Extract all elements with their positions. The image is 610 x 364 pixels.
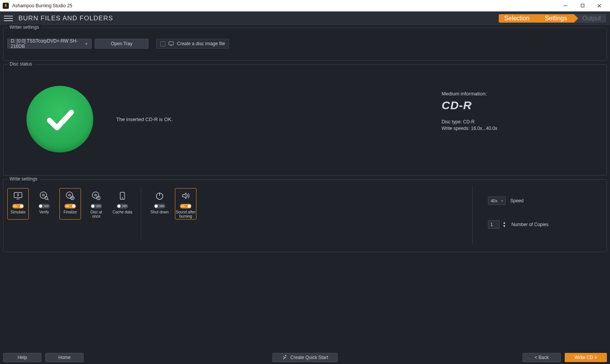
window-controls bbox=[557, 0, 608, 11]
runner-icon bbox=[282, 354, 287, 361]
toggle-finalize-pill[interactable]: ON bbox=[64, 204, 76, 208]
disc-search-icon bbox=[38, 190, 50, 202]
drive-select-value: D: [0:0] TSSTcorpDVD+-RW SH-216DB bbox=[11, 38, 84, 49]
titlebar: Ashampoo Burning Studio 25 bbox=[0, 0, 610, 11]
divider bbox=[141, 188, 141, 240]
menu-icon[interactable] bbox=[4, 14, 13, 23]
monitor-icon bbox=[168, 41, 174, 46]
copies-input[interactable] bbox=[488, 220, 500, 229]
spinner-down-icon[interactable]: ▼ bbox=[502, 225, 507, 228]
svg-rect-5 bbox=[169, 42, 173, 45]
drive-select[interactable]: D: [0:0] TSSTcorpDVD+-RW SH-216DB ▼ bbox=[7, 39, 92, 49]
create-image-label: Create a disc image file bbox=[177, 41, 225, 46]
chevron-down-icon: ▼ bbox=[84, 42, 88, 46]
write-toggle-strip: ON Simulate OFF Verify ON Finalize bbox=[7, 185, 196, 244]
maximize-button[interactable] bbox=[574, 0, 591, 11]
svg-point-13 bbox=[66, 192, 73, 198]
disc-check-icon bbox=[64, 190, 76, 202]
write-speeds: Write speeds: 16.0x...40.0x bbox=[442, 125, 580, 132]
toggle-shutdown[interactable]: OFF Shut down bbox=[149, 188, 170, 220]
step-selection[interactable]: Selection bbox=[499, 14, 536, 23]
speaker-icon bbox=[180, 190, 191, 202]
medium-info: Medium information: CD-R Disc type: CD-R… bbox=[442, 70, 603, 168]
page-title: BURN FILES AND FOLDERS bbox=[18, 15, 113, 22]
create-image-group[interactable]: Create a disc image file bbox=[156, 39, 229, 49]
toggle-verify-pill[interactable]: OFF bbox=[38, 204, 50, 208]
writer-settings-group: Writer settings D: [0:0] TSSTcorpDVD+-RW… bbox=[3, 28, 607, 61]
copies-label: Number of Copies bbox=[511, 222, 549, 227]
toggle-simulate-pill[interactable]: ON bbox=[12, 204, 24, 208]
svg-marker-24 bbox=[183, 193, 186, 199]
power-icon bbox=[154, 190, 165, 202]
toggle-discatonce-label: Disc at once bbox=[86, 210, 107, 218]
step-breadcrumb: Selection Settings Output bbox=[499, 14, 606, 23]
toggle-sound[interactable]: ON Sound after burning bbox=[175, 188, 196, 220]
svg-point-25 bbox=[285, 355, 286, 356]
disc-status-message: The inserted CD-R is OK. bbox=[116, 116, 173, 122]
svg-point-14 bbox=[69, 194, 71, 196]
app-title: Ashampoo Burning Studio 25 bbox=[12, 3, 557, 8]
main-header: BURN FILES AND FOLDERS Selection Setting… bbox=[0, 11, 610, 25]
svg-point-9 bbox=[40, 192, 47, 198]
svg-point-10 bbox=[43, 194, 45, 196]
help-button[interactable]: Help bbox=[3, 353, 41, 362]
svg-point-21 bbox=[122, 197, 123, 198]
copies-spinner[interactable]: ▲ ▼ bbox=[502, 221, 507, 228]
toggle-finalize-label: Finalize bbox=[64, 210, 77, 218]
toggle-shutdown-pill[interactable]: OFF bbox=[154, 204, 165, 208]
toggle-verify[interactable]: OFF Verify bbox=[33, 188, 55, 220]
quick-start-label: Create Quick Start bbox=[290, 355, 328, 360]
svg-rect-2 bbox=[581, 4, 584, 7]
toggle-finalize[interactable]: ON Finalize bbox=[59, 188, 81, 220]
toggle-shutdown-label: Shut down bbox=[150, 210, 168, 218]
create-image-checkbox[interactable] bbox=[160, 41, 165, 46]
step-output: Output bbox=[574, 14, 606, 23]
back-button[interactable]: < Back bbox=[523, 353, 561, 362]
toggle-cachedata[interactable]: OFF Cache data bbox=[112, 188, 133, 220]
app-icon bbox=[2, 2, 9, 9]
write-settings-legend: Write settings bbox=[7, 176, 40, 182]
speed-label: Speed bbox=[510, 198, 524, 203]
toggle-cachedata-label: Cache data bbox=[112, 210, 132, 218]
svg-point-17 bbox=[95, 194, 97, 196]
medium-info-label: Medium information: bbox=[442, 91, 580, 97]
toggle-cachedata-pill[interactable]: OFF bbox=[117, 204, 128, 208]
footer: Help Home Create Quick Start < Back Writ… bbox=[0, 351, 610, 364]
close-button[interactable] bbox=[591, 0, 608, 11]
toggle-sound-pill[interactable]: ON bbox=[180, 204, 191, 208]
disc-status-left: The inserted CD-R is OK. bbox=[7, 70, 173, 168]
home-button[interactable]: Home bbox=[45, 353, 84, 362]
toggle-simulate[interactable]: ON Simulate bbox=[7, 188, 29, 220]
speed-value: 40x bbox=[491, 198, 498, 203]
toggle-discatonce-pill[interactable]: OFF bbox=[91, 204, 102, 208]
disc-type: Disc type: CD-R bbox=[442, 119, 580, 125]
open-tray-button[interactable]: Open Tray bbox=[95, 39, 148, 49]
write-settings-group: Write settings ON Simulate OFF Verify bbox=[3, 179, 607, 252]
disc-status-group: Disc status The inserted CD-R is OK. Med… bbox=[3, 64, 607, 175]
svg-line-12 bbox=[47, 199, 48, 200]
chevron-down-icon: ▼ bbox=[501, 199, 504, 203]
quick-start-button[interactable]: Create Quick Start bbox=[272, 353, 338, 362]
writer-settings-legend: Writer settings bbox=[7, 25, 41, 30]
disc-status-legend: Disc status bbox=[7, 61, 35, 67]
medium-name: CD-R bbox=[442, 99, 580, 112]
write-button[interactable]: Write CD > bbox=[565, 353, 607, 362]
disc-one-icon: 1 bbox=[91, 190, 102, 202]
svg-text:1: 1 bbox=[98, 197, 99, 199]
step-settings[interactable]: Settings bbox=[536, 14, 574, 23]
device-icon bbox=[117, 190, 128, 202]
toggle-simulate-label: Simulate bbox=[11, 210, 26, 218]
status-ok-icon bbox=[26, 86, 93, 152]
toggle-discatonce[interactable]: 1 OFF Disc at once bbox=[86, 188, 107, 220]
speed-select[interactable]: 40x ▼ bbox=[488, 197, 506, 205]
minimize-button[interactable] bbox=[557, 0, 574, 11]
monitor-burn-icon bbox=[12, 190, 24, 202]
toggle-verify-label: Verify bbox=[39, 210, 49, 218]
toggle-sound-label: Sound after burning bbox=[175, 210, 196, 218]
write-right-controls: 40x ▼ Speed ▲ ▼ Number of Copies bbox=[472, 185, 603, 244]
